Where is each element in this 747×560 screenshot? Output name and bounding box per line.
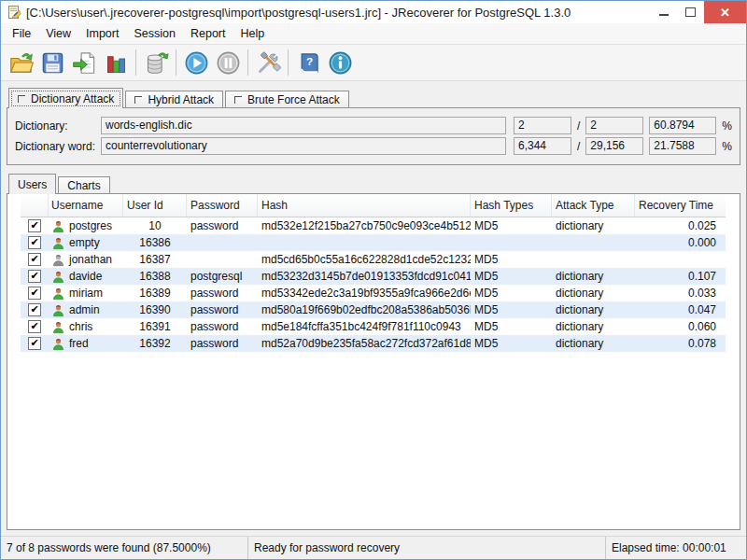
minimize-icon xyxy=(659,14,669,16)
row-checkbox[interactable]: ✔ xyxy=(28,337,41,350)
close-button[interactable]: ✕ xyxy=(704,1,746,23)
toolbar-separator xyxy=(288,49,289,76)
table-body: ✔postgres10passwordmd532e12f215ba27cb750… xyxy=(21,217,726,352)
tab-brute-force-attack[interactable]: Brute Force Attack xyxy=(225,91,349,108)
table-row[interactable]: ✔admin16390passwordmd580a19f669b02edfbc2… xyxy=(21,301,726,318)
dictionary-current-field[interactable]: 2 xyxy=(514,117,571,134)
select-cell: ✔ xyxy=(21,303,49,316)
start-recovery-button[interactable] xyxy=(180,48,212,77)
password-cell: password xyxy=(187,303,258,316)
options-button[interactable] xyxy=(252,48,284,77)
table-row[interactable]: ✔empty163860.000 xyxy=(21,234,726,251)
about-button[interactable] xyxy=(324,48,356,77)
menu-session[interactable]: Session xyxy=(126,25,182,42)
toolbar-separator xyxy=(247,49,248,76)
hash-type-cell: MD5 xyxy=(471,253,552,266)
table-row[interactable]: ✔fred16392passwordmd52a70d9be235fa58ac27… xyxy=(21,335,726,352)
dictionary-word-field[interactable]: counterrevolutionary xyxy=(101,137,506,155)
table-row[interactable]: ✔miriam16389passwordmd53342ede2c3a19bf93… xyxy=(21,285,726,301)
table-row[interactable]: ✔postgres10passwordmd532e12f215ba27cb750… xyxy=(21,217,726,234)
table-row[interactable]: ✔chris16391passwordmd5e184fcffa351bc424f… xyxy=(21,318,726,335)
table-row[interactable]: ✔jonathan16387md5cd65b0c55a16c622828d1cd… xyxy=(21,251,726,268)
header-attack-type[interactable]: Attack Type xyxy=(552,194,635,217)
password-cell: password xyxy=(187,337,258,350)
save-session-button[interactable] xyxy=(36,48,68,77)
user-green-icon xyxy=(51,270,65,284)
toolbar-separator xyxy=(135,49,136,76)
row-checkbox[interactable]: ✔ xyxy=(28,219,41,232)
hash-type-cell: MD5 xyxy=(471,303,552,316)
user-id-cell: 16388 xyxy=(123,270,187,283)
database-import-button[interactable] xyxy=(140,48,172,77)
hash-type-cell: MD5 xyxy=(471,337,552,350)
recovery-time-cell: 0.000 xyxy=(635,236,723,249)
menu-report[interactable]: Report xyxy=(183,25,233,42)
user-green-icon xyxy=(51,287,65,301)
pause-recovery-icon xyxy=(216,50,241,76)
tab-checkbox-icon[interactable] xyxy=(134,96,142,104)
tab-label: Users xyxy=(18,178,47,191)
attack-type-cell: dictionary xyxy=(552,287,635,300)
menu-import[interactable]: Import xyxy=(78,25,126,42)
dictionary-word-row: Dictionary word: counterrevolutionary 6,… xyxy=(15,137,732,155)
hash-cell: md532e12f215ba27cb750c9e093ce4b5127 xyxy=(258,219,471,232)
svg-text:?: ? xyxy=(306,55,313,68)
maximize-button[interactable] xyxy=(677,1,704,23)
attack-type-cell: dictionary xyxy=(552,320,635,333)
header-hash-types[interactable]: Hash Types xyxy=(471,194,552,217)
report-button[interactable] xyxy=(100,48,132,77)
dictionary-percent-field[interactable]: 60.8794 xyxy=(649,117,716,134)
table-header: Username User Id Password Hash Hash Type… xyxy=(21,194,726,217)
tab-checkbox-icon[interactable] xyxy=(18,95,25,103)
header-password[interactable]: Password xyxy=(187,194,258,217)
tab-dictionary-attack[interactable]: Dictionary Attack xyxy=(8,88,123,108)
header-select[interactable] xyxy=(21,194,49,217)
recovery-time-cell: 0.025 xyxy=(635,219,723,232)
user-id-cell: 16386 xyxy=(123,236,187,249)
dictionary-file-field[interactable]: words-english.dic xyxy=(101,117,506,134)
import-icon xyxy=(72,50,97,76)
header-username[interactable]: Username xyxy=(49,194,123,217)
header-recovery-time[interactable]: Recovery Time xyxy=(635,194,723,217)
user-green-icon xyxy=(51,320,65,334)
menu-view[interactable]: View xyxy=(38,25,78,42)
tab-checkbox-icon[interactable] xyxy=(234,96,242,104)
status-bar: 7 of 8 passwords were found (87.5000%) R… xyxy=(1,536,746,559)
pause-recovery-button[interactable] xyxy=(212,48,244,77)
word-current-field[interactable]: 6,344 xyxy=(514,137,571,155)
password-cell: password xyxy=(187,287,258,300)
start-recovery-icon xyxy=(184,50,209,76)
password-cell: password xyxy=(187,219,258,232)
row-checkbox[interactable]: ✔ xyxy=(28,287,41,300)
import-button[interactable] xyxy=(68,48,100,77)
recovery-time-cell: 0.033 xyxy=(635,287,723,300)
app-icon xyxy=(7,5,21,20)
row-checkbox[interactable]: ✔ xyxy=(28,270,41,283)
word-percent-field[interactable]: 21.7588 xyxy=(649,137,716,155)
row-checkbox[interactable]: ✔ xyxy=(28,303,41,316)
tab-hybrid-attack[interactable]: Hybrid Attack xyxy=(125,91,223,108)
title-bar: [C:\Users\user\.jrecoverer-postgresql\im… xyxy=(1,1,746,23)
tab-users[interactable]: Users xyxy=(8,174,56,194)
recovery-time-cell: 0.060 xyxy=(635,320,723,333)
header-hash[interactable]: Hash xyxy=(258,194,471,217)
content-area: Dictionary Attack Hybrid Attack Brute Fo… xyxy=(1,81,746,536)
minimize-button[interactable] xyxy=(650,1,677,23)
table-row[interactable]: ✔davide16388postgresqlmd53232d3145b7de01… xyxy=(21,268,726,285)
help-button[interactable]: ? xyxy=(292,48,324,77)
tab-charts[interactable]: Charts xyxy=(58,176,109,194)
menu-help[interactable]: Help xyxy=(233,25,272,42)
row-checkbox[interactable]: ✔ xyxy=(28,236,41,249)
row-checkbox[interactable]: ✔ xyxy=(28,253,41,266)
select-cell: ✔ xyxy=(21,337,49,350)
menu-file[interactable]: File xyxy=(5,25,38,42)
menu-bar: File View Import Session Report Help xyxy=(1,23,746,45)
word-total-field[interactable]: 29,156 xyxy=(585,137,643,155)
about-icon xyxy=(328,50,353,76)
username-value: jonathan xyxy=(69,253,112,266)
dictionary-total-field[interactable]: 2 xyxy=(585,117,643,134)
open-session-button[interactable] xyxy=(5,48,36,77)
row-checkbox[interactable]: ✔ xyxy=(28,320,41,333)
toolbar-separator xyxy=(176,49,176,76)
header-user-id[interactable]: User Id xyxy=(123,194,187,217)
